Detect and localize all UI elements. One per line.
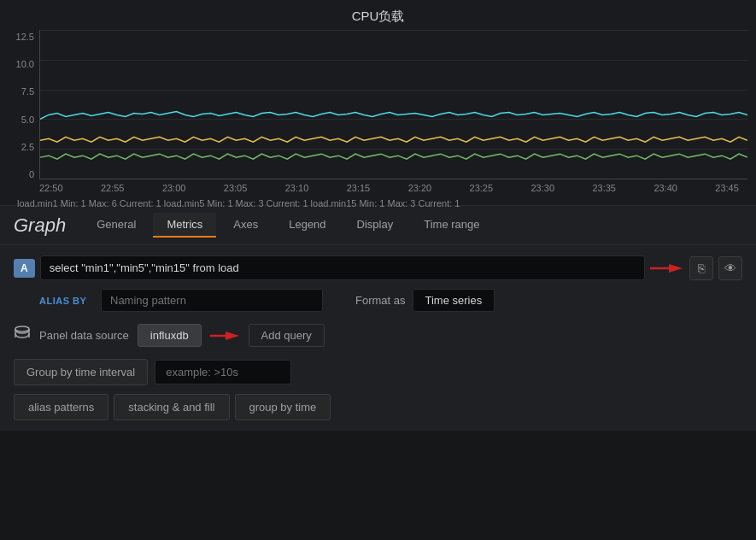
chart-legend: load.min1 Min: 1 Max: 6 Current: 1 load.… <box>9 193 747 212</box>
x-label: 22:55 <box>101 183 125 193</box>
svg-marker-6 <box>226 332 239 340</box>
x-label: 23:05 <box>224 183 248 193</box>
stacking-fill-button[interactable]: stacking & and fill <box>114 394 229 420</box>
query-input[interactable] <box>40 255 645 280</box>
svg-point-2 <box>15 326 29 332</box>
alias-row: ALIAS BY Format as Time series <box>14 289 742 312</box>
eye-button[interactable]: 👁 <box>718 256 742 280</box>
x-axis: 22:50 22:55 23:00 23:05 23:10 23:15 23:2… <box>9 179 747 193</box>
x-label: 23:45 <box>715 183 739 193</box>
alias-input[interactable] <box>101 289 323 312</box>
copy-button[interactable]: ⎘ <box>689 256 713 280</box>
tab-general[interactable]: General <box>83 213 149 238</box>
alias-patterns-button[interactable]: alias patterns <box>14 394 108 420</box>
y-label-125: 12.5 <box>16 32 34 42</box>
chart-title: CPU负载 <box>9 9 747 25</box>
database-icon <box>14 325 31 346</box>
panel-title: Graph <box>14 214 66 237</box>
chart-panel: CPU负载 12.5 10.0 7.5 5.0 2.5 0 <box>0 0 756 205</box>
tab-legend[interactable]: Legend <box>275 213 339 238</box>
datasource-value[interactable]: influxdb <box>138 324 202 347</box>
x-label: 23:35 <box>592 183 616 193</box>
format-label: Format as <box>355 294 406 307</box>
x-label: 23:15 <box>347 183 371 193</box>
y-label-75: 7.5 <box>21 86 34 97</box>
y-label-0: 0 <box>29 169 34 179</box>
tab-display[interactable]: Display <box>343 213 407 238</box>
chart-area: 12.5 10.0 7.5 5.0 2.5 0 <box>9 30 747 179</box>
y-label-50: 5.0 <box>21 114 34 125</box>
add-query-button[interactable]: Add query <box>249 324 325 347</box>
editor-body: A ⎘ 👁 ALIAS BY Format as Time series <box>0 245 756 431</box>
datasource-row: Panel data source influxdb Add query <box>14 324 742 347</box>
group-interval-row: Group by time interval <box>14 359 742 385</box>
chart-svg <box>40 30 747 179</box>
svg-marker-1 <box>669 264 683 273</box>
tab-metrics[interactable]: Metrics <box>153 213 216 238</box>
group-interval-input[interactable] <box>155 360 291 384</box>
group-interval-button[interactable]: Group by time interval <box>14 359 148 385</box>
y-axis: 12.5 10.0 7.5 5.0 2.5 0 <box>9 30 39 179</box>
query-label: A <box>14 259 35 278</box>
group-by-time-button[interactable]: group by time <box>235 394 331 420</box>
y-label-100: 10.0 <box>16 59 34 69</box>
format-value[interactable]: Time series <box>413 289 495 312</box>
x-label: 23:25 <box>470 183 494 193</box>
x-label: 23:20 <box>408 183 432 193</box>
chart-inner <box>39 30 747 179</box>
x-label: 23:00 <box>162 183 186 193</box>
x-label: 23:30 <box>531 183 555 193</box>
bottom-buttons-row: alias patterns stacking & and fill group… <box>14 394 742 420</box>
alias-label: ALIAS BY <box>39 296 94 306</box>
query-row: A ⎘ 👁 <box>14 255 742 280</box>
db-svg-icon <box>14 325 31 342</box>
y-label-25: 2.5 <box>21 142 34 152</box>
panel-editor: Graph General Metrics Axes Legend Displa… <box>0 205 756 431</box>
red-arrow-icon <box>650 260 684 277</box>
tab-time-range[interactable]: Time range <box>410 213 493 238</box>
x-label: 22:50 <box>39 183 63 193</box>
datasource-label: Panel data source <box>39 329 129 342</box>
x-label: 23:10 <box>285 183 309 193</box>
x-label: 23:40 <box>653 183 677 193</box>
tab-axes[interactable]: Axes <box>220 213 272 238</box>
red-arrow-ds-icon <box>210 328 240 343</box>
